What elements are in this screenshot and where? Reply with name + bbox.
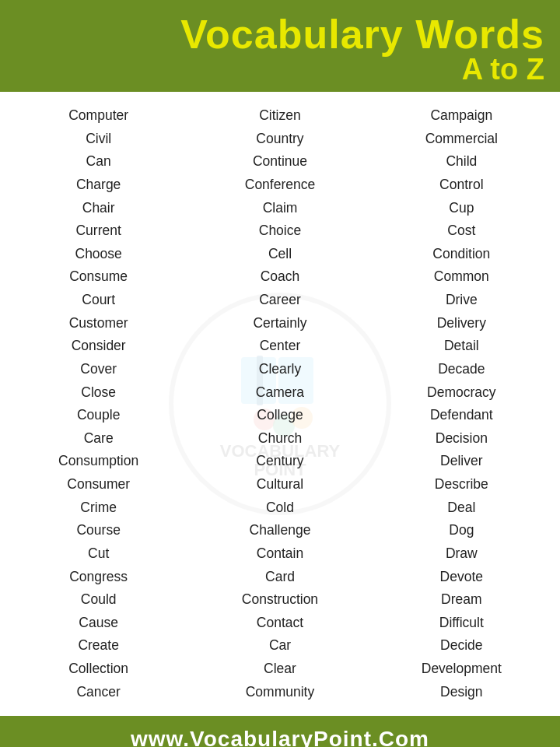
list-item: Claim: [189, 197, 370, 220]
list-item: Decision: [371, 427, 552, 451]
list-item: Center: [189, 335, 370, 358]
list-item: Democracy: [371, 381, 552, 405]
list-item: Community: [189, 681, 370, 704]
list-item: Draw: [371, 542, 552, 566]
list-item: Contact: [189, 612, 370, 635]
words-grid: ComputerCitizenCampaignCivilCountryComme…: [0, 100, 560, 708]
list-item: Cultural: [189, 473, 370, 496]
list-item: Couple: [8, 404, 189, 427]
list-item: Customer: [8, 312, 189, 335]
list-item: Cup: [371, 197, 552, 220]
list-item: Computer: [8, 104, 189, 128]
list-item: Care: [8, 427, 189, 451]
list-item: Development: [371, 658, 552, 681]
list-item: Create: [8, 634, 189, 658]
list-item: Consume: [8, 265, 189, 289]
list-item: Contain: [189, 542, 370, 566]
list-item: Can: [8, 150, 189, 174]
list-item: Chair: [8, 197, 189, 220]
list-item: Drive: [371, 289, 552, 312]
list-item: Consider: [8, 335, 189, 358]
list-item: Clear: [189, 658, 370, 681]
list-item: Country: [189, 128, 370, 151]
footer-url: www.VocabularyPoint.Com: [131, 727, 429, 747]
main-title: Vocabulary Words: [16, 14, 544, 54]
list-item: Clearly: [189, 358, 370, 381]
list-item: Current: [8, 219, 189, 243]
footer: www.VocabularyPoint.Com: [0, 716, 560, 747]
subtitle: A to Z: [16, 54, 544, 84]
list-item: Delivery: [371, 312, 552, 335]
list-item: Decade: [371, 358, 552, 381]
list-item: Construction: [189, 588, 370, 612]
list-item: Consumption: [8, 450, 189, 473]
list-item: Dog: [371, 519, 552, 542]
list-item: Deal: [371, 496, 552, 520]
list-item: Citizen: [189, 104, 370, 128]
list-item: Charge: [8, 174, 189, 197]
list-item: Conference: [189, 174, 370, 197]
list-item: Devote: [371, 566, 552, 589]
list-item: Crime: [8, 496, 189, 520]
list-item: Design: [371, 681, 552, 704]
list-item: Cause: [8, 612, 189, 635]
list-item: Commercial: [371, 128, 552, 151]
list-item: Court: [8, 289, 189, 312]
list-item: Deliver: [371, 450, 552, 473]
list-item: Consumer: [8, 473, 189, 496]
list-item: Cost: [371, 219, 552, 243]
list-item: Continue: [189, 150, 370, 174]
list-item: Decide: [371, 634, 552, 658]
list-item: Choice: [189, 219, 370, 243]
header: Vocabulary Words A to Z: [0, 0, 560, 92]
list-item: Campaign: [371, 104, 552, 128]
list-item: Certainly: [189, 312, 370, 335]
list-item: Describe: [371, 473, 552, 496]
list-item: Congress: [8, 566, 189, 589]
list-item: Could: [8, 588, 189, 612]
list-item: Control: [371, 174, 552, 197]
list-item: Difficult: [371, 612, 552, 635]
list-item: Civil: [8, 128, 189, 151]
list-item: Detail: [371, 335, 552, 358]
list-item: Common: [371, 265, 552, 289]
list-item: Condition: [371, 243, 552, 266]
list-item: Challenge: [189, 519, 370, 542]
list-item: Career: [189, 289, 370, 312]
list-item: Century: [189, 450, 370, 473]
list-item: College: [189, 404, 370, 427]
list-item: Defendant: [371, 404, 552, 427]
list-item: Church: [189, 427, 370, 451]
list-item: Car: [189, 634, 370, 658]
list-item: Dream: [371, 588, 552, 612]
list-item: Close: [8, 381, 189, 405]
list-item: Child: [371, 150, 552, 174]
list-item: Cell: [189, 243, 370, 266]
list-item: Cover: [8, 358, 189, 381]
list-item: Collection: [8, 658, 189, 681]
list-item: Coach: [189, 265, 370, 289]
list-item: Card: [189, 566, 370, 589]
list-item: Cold: [189, 496, 370, 520]
list-item: Camera: [189, 381, 370, 405]
list-item: Course: [8, 519, 189, 542]
content-area: VOCABULARY POINT ComputerCitizenCampaign…: [0, 92, 560, 716]
list-item: Cut: [8, 542, 189, 566]
list-item: Cancer: [8, 681, 189, 704]
list-item: Choose: [8, 243, 189, 266]
